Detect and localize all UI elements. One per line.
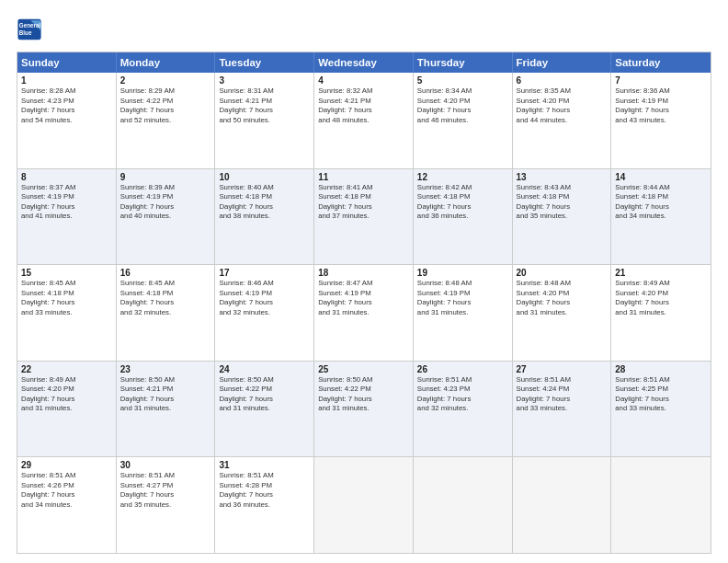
calendar-cell: 4Sunrise: 8:32 AMSunset: 4:21 PMDaylight… [314,73,414,168]
header-day-sunday: Sunday [17,52,117,73]
cell-info-line: Sunrise: 8:50 AM [120,375,211,385]
calendar-cell [414,457,513,553]
page: General Blue SundayMondayTuesdayWednesda… [0,0,728,563]
cell-info-line: Sunrise: 8:45 AM [21,279,112,289]
day-number: 27 [517,364,608,374]
cell-info-line: Daylight: 7 hours [21,490,112,500]
cell-info-line: Sunset: 4:19 PM [120,192,211,202]
calendar-cell: 5Sunrise: 8:34 AMSunset: 4:20 PMDaylight… [414,73,513,168]
day-number: 3 [219,75,310,86]
cell-info-line: and 33 minutes. [517,404,608,414]
calendar-cell: 31Sunrise: 8:51 AMSunset: 4:28 PMDayligh… [215,457,314,553]
calendar-cell: 26Sunrise: 8:51 AMSunset: 4:23 PMDayligh… [414,362,513,457]
day-number: 18 [318,268,409,278]
cell-info-line: Daylight: 7 hours [318,298,409,308]
cell-info-line: Sunset: 4:18 PM [219,192,310,202]
day-number: 7 [615,75,707,86]
cell-info-line: Sunrise: 8:46 AM [219,279,310,289]
cell-info-line: Sunset: 4:22 PM [120,97,211,107]
cell-info-line: and 31 minutes. [120,404,211,414]
day-number: 13 [517,172,608,182]
cell-info-line: Sunrise: 8:43 AM [517,183,608,193]
calendar-week-3: 15Sunrise: 8:45 AMSunset: 4:18 PMDayligh… [17,264,711,361]
day-number: 12 [417,172,508,182]
header-day-friday: Friday [513,52,612,73]
cell-info-line: Sunrise: 8:48 AM [517,279,608,289]
day-number: 26 [417,364,508,374]
calendar-cell: 21Sunrise: 8:49 AMSunset: 4:20 PMDayligh… [611,265,711,361]
cell-info-line: Sunset: 4:26 PM [21,481,112,491]
calendar-cell: 7Sunrise: 8:36 AMSunset: 4:19 PMDaylight… [611,73,711,168]
day-number: 25 [318,364,409,374]
calendar-cell [611,457,711,553]
cell-info-line: and 31 minutes. [517,308,608,318]
day-number: 22 [21,364,112,374]
cell-info-line: Sunset: 4:20 PM [417,97,508,107]
cell-info-line: Sunset: 4:21 PM [318,97,409,107]
calendar-body: 1Sunrise: 8:28 AMSunset: 4:23 PMDaylight… [17,73,711,553]
cell-info-line: and 33 minutes. [21,308,112,318]
cell-info-line: and 33 minutes. [615,404,707,414]
day-number: 17 [219,268,310,278]
cell-info-line: Sunset: 4:23 PM [417,385,508,395]
cell-info-line: Sunset: 4:19 PM [318,289,409,299]
calendar-cell [314,457,414,553]
cell-info-line: Sunrise: 8:37 AM [21,183,112,193]
cell-info-line: and 31 minutes. [21,404,112,414]
calendar-cell: 12Sunrise: 8:42 AMSunset: 4:18 PMDayligh… [414,169,513,265]
cell-info-line: Daylight: 7 hours [517,395,608,405]
cell-info-line: Daylight: 7 hours [219,202,310,213]
cell-info-line: Sunset: 4:20 PM [517,97,608,107]
calendar-cell: 19Sunrise: 8:48 AMSunset: 4:19 PMDayligh… [414,265,513,361]
cell-info-line: and 52 minutes. [120,116,211,126]
cell-info-line: Sunrise: 8:50 AM [318,375,409,385]
cell-info-line: Sunset: 4:27 PM [120,481,211,491]
cell-info-line: Sunrise: 8:40 AM [219,183,310,193]
cell-info-line: Sunset: 4:20 PM [21,385,112,395]
calendar-week-1: 1Sunrise: 8:28 AMSunset: 4:23 PMDaylight… [17,73,711,168]
cell-info-line: Sunrise: 8:28 AM [21,86,112,97]
day-number: 20 [517,268,608,278]
cell-info-line: Daylight: 7 hours [318,202,409,213]
cell-info-line: and 31 minutes. [318,404,409,414]
cell-info-line: Daylight: 7 hours [21,298,112,308]
calendar-cell: 15Sunrise: 8:45 AMSunset: 4:18 PMDayligh… [17,265,117,361]
cell-info-line: Sunrise: 8:51 AM [21,471,112,481]
cell-info-line: Sunrise: 8:39 AM [120,183,211,193]
cell-info-line: and 32 minutes. [219,308,310,318]
day-number: 8 [21,172,112,182]
cell-info-line: and 54 minutes. [21,116,112,126]
calendar-cell: 20Sunrise: 8:48 AMSunset: 4:20 PMDayligh… [513,265,612,361]
cell-info-line: Daylight: 7 hours [21,202,112,213]
day-number: 10 [219,172,310,182]
header-day-saturday: Saturday [611,52,711,73]
day-number: 9 [120,172,211,182]
cell-info-line: Sunrise: 8:50 AM [219,375,310,385]
calendar-cell: 23Sunrise: 8:50 AMSunset: 4:21 PMDayligh… [117,362,216,457]
cell-info-line: and 44 minutes. [517,116,608,126]
day-number: 21 [615,268,707,278]
cell-info-line: Sunrise: 8:51 AM [417,375,508,385]
day-number: 16 [120,268,211,278]
cell-info-line: Daylight: 7 hours [120,298,211,308]
calendar-cell: 11Sunrise: 8:41 AMSunset: 4:18 PMDayligh… [314,169,414,265]
cell-info-line: Sunrise: 8:48 AM [417,279,508,289]
cell-info-line: Daylight: 7 hours [219,298,310,308]
calendar-cell [513,457,612,553]
cell-info-line: Daylight: 7 hours [21,106,112,116]
cell-info-line: Sunset: 4:28 PM [219,481,310,491]
cell-info-line: and 37 minutes. [318,212,409,222]
header-day-monday: Monday [117,52,216,73]
calendar: SundayMondayTuesdayWednesdayThursdayFrid… [17,52,711,554]
calendar-header: SundayMondayTuesdayWednesdayThursdayFrid… [17,52,711,73]
cell-info-line: Sunrise: 8:41 AM [318,183,409,193]
day-number: 24 [219,364,310,374]
calendar-cell: 9Sunrise: 8:39 AMSunset: 4:19 PMDaylight… [117,169,216,265]
cell-info-line: Daylight: 7 hours [417,395,508,405]
calendar-cell: 14Sunrise: 8:44 AMSunset: 4:18 PMDayligh… [611,169,711,265]
cell-info-line: Daylight: 7 hours [120,490,211,500]
day-number: 4 [318,75,409,86]
day-number: 1 [21,75,112,86]
cell-info-line: and 36 minutes. [417,212,508,222]
cell-info-line: Daylight: 7 hours [21,395,112,405]
